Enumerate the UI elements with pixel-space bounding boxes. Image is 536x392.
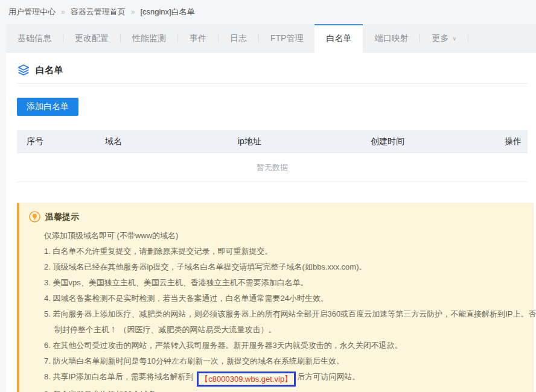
breadcrumb: 用户管理中心»容器云管理首页»[csnginx]白名单: [0, 0, 536, 24]
tab-label: FTP管理: [270, 33, 303, 43]
breadcrumb-link[interactable]: 容器云管理首页: [71, 7, 126, 17]
notice-tip: 5. 若向服务器上添加医疗、减肥类的网站，则必须该服务器上的所有网站全部开启36…: [44, 306, 527, 322]
column-header: 创建时间: [361, 136, 494, 147]
add-whitelist-button[interactable]: 添加白名单: [17, 98, 78, 116]
notice-header: 温馨提示: [29, 211, 527, 223]
whitelist-table: 序号域名ip地址创建时间操作 暂无数据: [17, 130, 528, 182]
page: 用户管理中心»容器云管理首页»[csnginx]白名单 基础信息更改配置性能监测…: [0, 0, 536, 392]
tab-performance-monitor[interactable]: 性能监测: [121, 24, 177, 52]
tab-label: 更多: [432, 33, 448, 43]
tab-label: 性能监测: [132, 33, 166, 43]
section-header: 白名单: [17, 52, 536, 78]
tab-label: 事件: [190, 33, 206, 43]
notice-tip: 2. 顶级域名已经在其他服务器ip提交，子域名白名单提交请填写完整子域名(如bb…: [44, 259, 527, 275]
lightbulb-icon: [29, 211, 40, 223]
tab-separator: [468, 34, 468, 42]
content-panel: 基础信息更改配置性能监测事件日志FTP管理白名单端口映射更多∨ 白名单 添加白名…: [6, 24, 536, 392]
tab-change-config[interactable]: 更改配置: [63, 24, 120, 52]
breadcrumb-separator-icon: »: [61, 8, 65, 16]
tab-basic-info[interactable]: 基础信息: [6, 24, 63, 52]
tab-bar: 基础信息更改配置性能监测事件日志FTP管理白名单端口映射更多∨: [6, 24, 536, 52]
column-header: 域名: [95, 136, 228, 147]
tab-label: 基础信息: [18, 33, 51, 43]
notice-box: 温馨提示 仅添加顶级域名即可 (不带www的域名) 1. 白名单不允许重复提交，…: [17, 203, 534, 392]
notice-tip: 制封停整个主机！ （因医疗、减肥类的网站易受大流量攻击）。: [44, 322, 527, 338]
notice-tip: 9. 每个容器云允许添加60个域名: [44, 387, 527, 392]
tab-events[interactable]: 事件: [178, 24, 218, 52]
breadcrumb-separator-icon: »: [131, 8, 135, 16]
column-header: ip地址: [228, 136, 361, 147]
divider: [17, 83, 528, 84]
notice-tip: 3. 美国vps、美国独立主机、美国云主机、香港独立主机不需要添加白名单。: [44, 275, 527, 291]
tab-whitelist[interactable]: 白名单: [314, 24, 363, 52]
notice-tips: 仅添加顶级域名即可 (不带www的域名) 1. 白名单不允许重复提交，请删除原来…: [29, 223, 527, 392]
page-title: 白名单: [36, 65, 63, 76]
tab-label: 端口映射: [374, 33, 408, 43]
notice-title: 温馨提示: [45, 212, 79, 223]
tab-label: 日志: [230, 33, 247, 43]
notice-tip: 6. 在其他公司受过攻击的网站，严禁转入我司服务器。新开服务器3天内就受攻击的，…: [44, 338, 527, 353]
layers-icon: [17, 63, 30, 77]
notice-tip: 1. 白名单不允许重复提交，请删除原来提交记录，即可重新提交。: [44, 244, 527, 259]
notice-tip: 4. 因域名备案检测不是实时检测，若当天备案通过，白名单通常需要24小时生效。: [44, 291, 527, 306]
tip-text: 8. 共享IP添加白名单后，需要将域名解析到: [44, 372, 196, 381]
notice-tip: 8. 共享IP添加白名单后，需要将域名解析到 【c8000309.wbs.get…: [44, 369, 527, 387]
breadcrumb-current: [csnginx]白名单: [140, 7, 194, 17]
tab-label: 白名单: [326, 33, 351, 43]
tab-port-mapping[interactable]: 端口映射: [363, 24, 420, 52]
tab-label: 更改配置: [75, 33, 109, 43]
tip-text: 后方可访问网站。: [297, 372, 360, 381]
chevron-down-icon: ∨: [452, 36, 456, 42]
table-header-row: 序号域名ip地址创建时间操作: [17, 130, 528, 153]
tab-logs[interactable]: 日志: [219, 24, 258, 52]
column-header: 序号: [17, 136, 95, 147]
whitelist-content: 白名单 添加白名单 序号域名ip地址创建时间操作 暂无数据: [6, 52, 536, 392]
table-empty-state: 暂无数据: [17, 153, 528, 182]
highlighted-domain: 【c8000309.wbs.get.vip】: [197, 371, 296, 387]
tab-ftp-management[interactable]: FTP管理: [259, 24, 314, 52]
notice-intro: 仅添加顶级域名即可 (不带www的域名): [44, 228, 527, 244]
notice-tip: 7. 防火墙白名单刷新时间是每10分钟左右刷新一次，新提交的域名在系统刷新后生效…: [44, 353, 527, 369]
tab-more[interactable]: 更多∨: [420, 24, 468, 52]
breadcrumb-link[interactable]: 用户管理中心: [8, 7, 56, 17]
column-header: 操作: [494, 136, 528, 147]
